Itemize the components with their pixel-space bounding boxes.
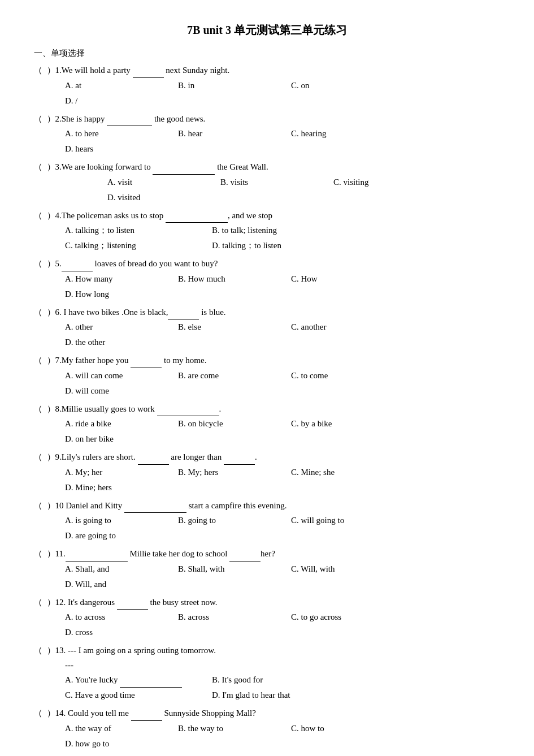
question-1: （ ）1.We will hold a party next Sunday ni… [34, 63, 500, 109]
question-12: （ ）12. It's dangerous the busy street no… [34, 595, 500, 641]
question-4: （ ）4.The policeman asks us to stop , and… [34, 209, 500, 254]
question-9: （ ）9.Lily's rulers are short. are longer… [34, 450, 500, 495]
section-header: 一、单项选择 [34, 48, 500, 59]
question-11: （ ）11. Millie take her dog to school her… [34, 547, 500, 592]
question-13: （ ）13. --- I am going on a spring outing… [34, 643, 500, 703]
question-2: （ ）2.She is happy the good news. A. to h… [34, 112, 500, 157]
question-7: （ ）7.My father hope you to my home. A. w… [34, 353, 500, 399]
question-3: （ ）3.We are looking forward to the Great… [34, 160, 500, 205]
page-title: 7B unit 3 单元测试第三单元练习 [34, 23, 500, 38]
question-14: （ ）14. Could you tell me Sunnyside Shopp… [34, 706, 500, 751]
question-8: （ ）8.Millie usually goes to work . A. ri… [34, 402, 500, 447]
question-5: （ ）5. loaves of bread do you want to buy… [34, 257, 500, 302]
question-6: （ ）6. I have two bikes .One is black, is… [34, 305, 500, 351]
question-10: （ ）10 Daniel and Kitty start a campfire … [34, 499, 500, 544]
